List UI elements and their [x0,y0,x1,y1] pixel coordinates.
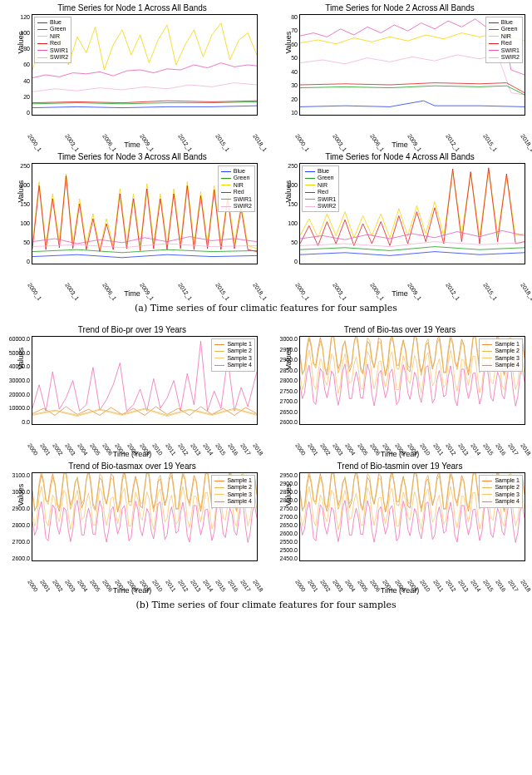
ylabel: Values [17,32,25,54]
ylabel: Values [17,180,25,203]
legend-item: Sample 1 [214,341,252,348]
legend-item: Green [221,175,252,181]
legend-item: Blue [489,19,520,26]
chart-title: Trend of Bio-tasmin over 19 Years [271,462,529,471]
xticks: 2000200120022003200420052006200720082009… [32,442,258,448]
chart-node1: Time Series for Node 1 Across All Bands … [3,3,261,149]
legend-item: Sample 1 [482,341,520,348]
legend-item: SWIR1 [305,196,336,203]
legend-item: NIR [37,33,68,40]
chart-title: Time Series for Node 1 Across All Bands [3,3,261,12]
legend-item: Green [37,26,68,32]
xticks: 2000_12003_12006_12009_12012_12015_12018… [32,133,258,139]
chart-title: Trend of Bio-tas over 19 Years [271,325,529,334]
legend-item: SWIR2 [489,54,520,61]
legend-item: NIR [305,182,336,189]
legend-item: SWIR2 [305,203,336,210]
ylabel: Values [284,347,293,369]
plot-area: Sample 1Sample 2Sample 3Sample 4 [299,336,525,425]
legend-item: Blue [305,168,336,175]
plot-area: BlueGreenNIRRedSWIR1SWIR2 [32,14,258,116]
legend-item: Sample 2 [482,484,520,491]
legend-item: Sample 2 [214,484,252,491]
legend-item: Sample 4 [214,362,252,368]
legend-item: SWIR1 [37,47,68,54]
xticks: 2000200120022003200420052006200720082009… [32,579,258,585]
legend-item: SWIR2 [221,203,252,210]
legend-item: Sample 2 [214,348,252,354]
yticks: 050100150200250 [276,163,298,264]
legend-item: Sample 3 [482,491,520,498]
chart-title: Time Series for Node 4 Across All Bands [271,152,529,161]
plot-area: BlueGreenNIRRedSWIR1SWIR2 [299,163,525,264]
chart-title: Time Series for Node 2 Across All Bands [271,3,529,12]
xticks: 2000_12003_12006_12009_12012_12015_12018… [299,282,525,288]
yticks: 1020304050607080 [276,14,298,116]
plot-area: BlueGreenNIRRedSWIR1SWIR2 [299,14,525,116]
legend-item: Sample 2 [482,348,520,354]
yticks: 020406080100120 [8,14,30,116]
legend: Sample 1Sample 2Sample 3Sample 4 [479,338,523,372]
ylabel: Values [284,180,293,203]
legend: BlueGreenNIRRedSWIR1SWIR2 [302,165,339,212]
legend: BlueGreenNIRRedSWIR1SWIR2 [485,17,523,63]
caption-b: (b) Time series of four climate features… [3,600,529,610]
legend-item: SWIR2 [37,54,68,61]
xticks: 2000_12003_12006_12009_12012_12015_12018… [299,133,525,139]
legend: BlueGreenNIRRedSWIR1SWIR2 [34,17,71,63]
xticks: 2000200120022003200420052006200720082009… [299,442,525,448]
legend-item: SWIR1 [221,196,252,203]
legend-item: SWIR1 [489,47,520,54]
chart-bio-tas: Trend of Bio-tas over 19 Years 2600.0265… [271,325,529,458]
plot-area: Sample 1Sample 2Sample 3Sample 4 [32,336,258,425]
legend-item: Sample 4 [482,498,520,505]
ylabel: Values [17,483,25,506]
legend-item: Green [305,175,336,181]
plot-area: Sample 1Sample 2Sample 3Sample 4 [32,472,258,561]
legend-item: Red [37,40,68,47]
legend: Sample 1Sample 2Sample 3Sample 4 [211,475,255,508]
legend: Sample 1Sample 2Sample 3Sample 4 [479,475,523,508]
chart-bio-pr: Trend of Bio-pr over 19 Years 0.010000.0… [3,325,261,458]
plot-area: BlueGreenNIRRedSWIR1SWIR2 [32,163,258,264]
chart-bio-tasmin: Trend of Bio-tasmin over 19 Years 2450.0… [271,462,529,595]
xticks: 2000_12003_12006_12009_12012_12015_12018… [32,282,258,288]
legend-item: Sample 3 [482,355,520,362]
ylabel: Values [17,347,25,369]
panel-a: Time Series for Node 1 Across All Bands … [3,3,529,313]
legend-item: Red [489,40,520,47]
legend-item: Sample 4 [214,498,252,505]
ylabel: Values [284,32,293,54]
legend-item: Blue [37,19,68,26]
chart-title: Trend of Bio-pr over 19 Years [3,325,261,334]
chart-bio-tasmax: Trend of Bio-tasmax over 19 Years 2600.0… [3,462,261,595]
chart-node3: Time Series for Node 3 Across All Bands … [3,152,261,298]
ylabel: Values [284,483,293,506]
legend-item: Green [489,26,520,32]
legend-item: Sample 4 [482,362,520,368]
chart-title: Trend of Bio-tasmax over 19 Years [3,462,261,471]
chart-title: Time Series for Node 3 Across All Bands [3,152,261,161]
legend: Sample 1Sample 2Sample 3Sample 4 [211,338,255,372]
caption-a: (a) Time series of four climatic feature… [3,303,529,313]
chart-node2: Time Series for Node 2 Across All Bands … [271,3,529,149]
chart-node4: Time Series for Node 4 Across All Bands … [271,152,529,298]
legend-item: Sample 3 [214,491,252,498]
legend-item: Red [221,189,252,195]
legend-item: Blue [221,168,252,175]
legend-item: Red [305,189,336,195]
legend-item: Sample 3 [214,355,252,362]
panel-b: Trend of Bio-pr over 19 Years 0.010000.0… [3,325,529,610]
legend-item: NIR [489,33,520,40]
plot-area: Sample 1Sample 2Sample 3Sample 4 [299,472,525,561]
yticks: 050100150200250 [8,163,30,264]
legend-item: Sample 1 [214,477,252,484]
legend-item: Sample 1 [482,477,520,484]
xticks: 2000200120022003200420052006200720082009… [299,579,525,585]
legend: BlueGreenNIRRedSWIR1SWIR2 [218,165,255,212]
legend-item: NIR [221,182,252,189]
